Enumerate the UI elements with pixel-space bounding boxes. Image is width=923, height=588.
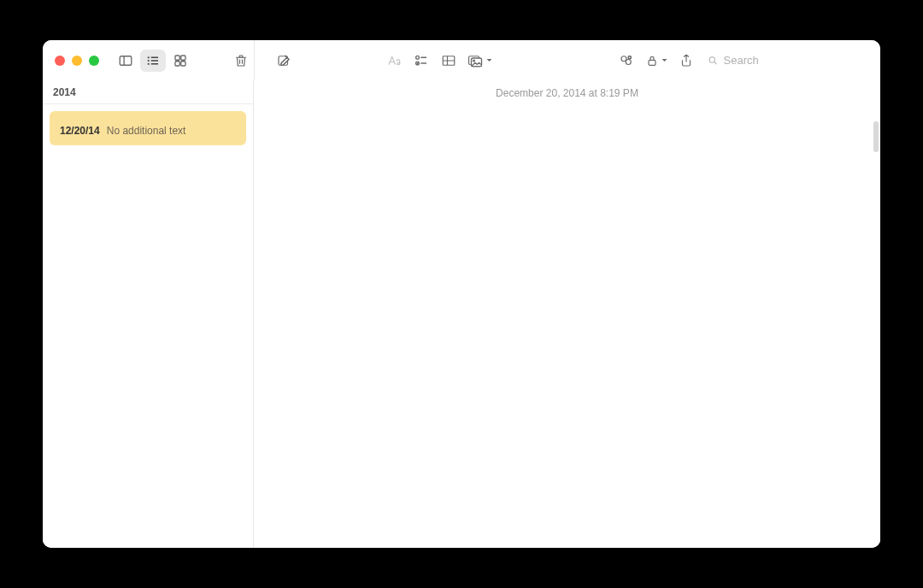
- scrollbar[interactable]: [873, 121, 879, 152]
- grid-icon: [173, 53, 188, 68]
- toolbar-left: [50, 50, 261, 72]
- media-button[interactable]: [463, 50, 497, 72]
- sidebar-icon: [118, 53, 133, 68]
- notes-list-sidebar: 2014 12/20/14 No additional text: [43, 80, 254, 548]
- svg-point-4: [148, 60, 149, 61]
- chevron-down-icon: [661, 56, 668, 64]
- checklist-icon: [414, 53, 429, 68]
- search-field[interactable]: [701, 49, 873, 73]
- minimize-button[interactable]: [72, 56, 82, 66]
- note-date: 12/20/14: [60, 125, 100, 137]
- chevron-down-icon: [485, 56, 493, 64]
- table-icon: [441, 53, 456, 68]
- note-list: 12/20/14 No additional text: [43, 104, 253, 152]
- media-icon: [467, 53, 483, 68]
- svg-rect-9: [181, 56, 185, 60]
- lock-icon: [645, 54, 659, 68]
- list-view-button[interactable]: [140, 50, 166, 72]
- share-icon: [679, 53, 694, 68]
- list-icon: [145, 53, 161, 68]
- note-snippet: No additional text: [107, 125, 186, 137]
- editor-body[interactable]: [254, 103, 880, 548]
- window-controls: [55, 56, 99, 66]
- toolbar-right: [261, 49, 873, 73]
- toolbar: [43, 40, 880, 80]
- toolbar-divider: [254, 40, 255, 80]
- svg-point-2: [148, 56, 149, 57]
- svg-rect-0: [120, 56, 132, 65]
- svg-point-28: [626, 59, 631, 64]
- svg-line-33: [714, 62, 717, 64]
- svg-point-6: [148, 63, 149, 64]
- toggle-sidebar-button[interactable]: [113, 50, 138, 72]
- compose-icon: [276, 53, 291, 68]
- note-editor: December 20, 2014 at 8:19 PM: [254, 80, 880, 548]
- svg-point-32: [709, 56, 714, 62]
- note-meta: 12/20/14 No additional text: [60, 125, 236, 137]
- close-button[interactable]: [55, 56, 65, 66]
- maximize-button[interactable]: [89, 56, 99, 66]
- delete-note-button[interactable]: [228, 50, 254, 72]
- format-button[interactable]: [381, 50, 407, 72]
- gallery-view-button[interactable]: [168, 50, 193, 72]
- section-title: 2014: [53, 86, 76, 98]
- svg-rect-10: [175, 61, 179, 65]
- section-header[interactable]: 2014: [43, 80, 253, 104]
- new-note-button[interactable]: [271, 50, 297, 72]
- search-input[interactable]: [724, 54, 867, 67]
- link-icon: [619, 53, 634, 68]
- svg-rect-8: [175, 56, 179, 60]
- link-note-button[interactable]: [614, 50, 639, 72]
- share-button[interactable]: [673, 50, 699, 72]
- notes-window: 2014 12/20/14 No additional text Decembe…: [43, 40, 880, 548]
- svg-point-16: [416, 56, 420, 59]
- text-format-icon: [386, 53, 402, 68]
- svg-point-26: [473, 60, 475, 62]
- note-list-item[interactable]: 12/20/14 No additional text: [50, 111, 246, 145]
- checklist-button[interactable]: [409, 50, 434, 72]
- search-icon: [708, 55, 719, 67]
- content-area: 2014 12/20/14 No additional text Decembe…: [43, 80, 880, 548]
- editor-datestamp: December 20, 2014 at 8:19 PM: [254, 80, 880, 103]
- svg-rect-31: [649, 60, 656, 65]
- lock-button[interactable]: [641, 50, 672, 72]
- svg-rect-11: [181, 61, 185, 65]
- table-button[interactable]: [436, 50, 462, 72]
- trash-icon: [233, 53, 249, 68]
